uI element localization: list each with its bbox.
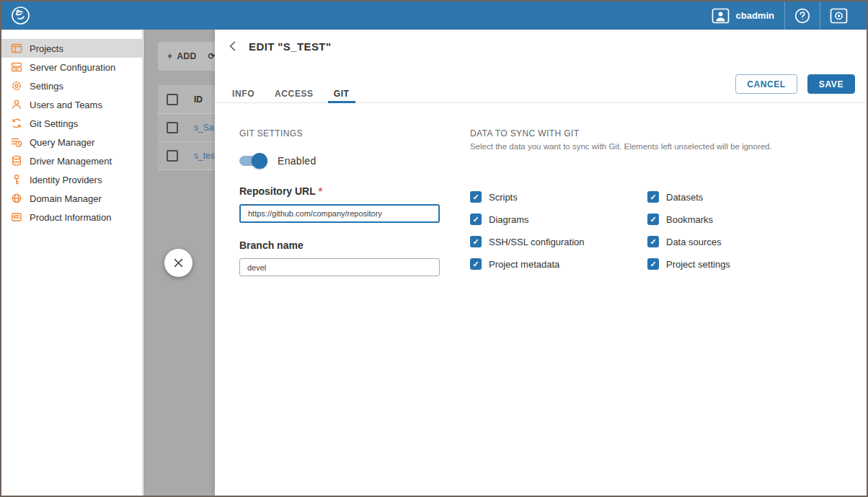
editor-tabs: INFO ACCESS GIT [215,84,867,103]
panel-header: EDIT "S_TEST" [226,39,331,53]
toggle-knob [252,153,267,169]
tab-info[interactable]: INFO [222,84,265,102]
tab-git[interactable]: GIT [324,84,360,102]
sidebar-item-identity-providers[interactable]: Identity Providers [1,170,142,189]
checkbox-checked-icon[interactable]: ✓ [470,191,482,203]
server-icon [10,61,22,74]
admin-sidebar: Projects Server Configuration Settings U… [1,30,143,496]
sidebar-item-query-manager[interactable]: Query Manager [1,133,142,151]
sidebar-item-server-configuration[interactable]: Server Configuration [1,58,142,76]
database-icon [10,155,22,167]
sidebar-item-product-information[interactable]: Product Information [1,208,142,226]
refresh-icon: ⟳ [208,51,215,61]
projects-icon [10,43,22,55]
topbar-actions: cbadmin [701,1,857,30]
projects-table-header: ID [158,85,215,114]
checkbox-checked-icon[interactable]: ✓ [470,214,482,225]
sidebar-item-label: Projects [30,43,63,54]
gear-icon [830,8,848,24]
sidebar-item-label: Product Information [30,212,111,223]
branch-name-label: Branch name [239,239,440,251]
checkbox-checked-icon[interactable]: ✓ [647,214,659,225]
git-icon [10,118,22,130]
sync-option-data-sources[interactable]: ✓ Data sources [647,236,831,247]
table-row[interactable]: s_tes [158,142,215,170]
id-column-header: ID [194,94,203,105]
projects-list-dimmed: + ADD ⟳ R ID s_Sa s_tes [143,30,215,496]
settings-gear-icon [10,80,22,92]
sync-title: DATA TO SYNC WITH GIT [470,128,831,138]
key-icon [10,174,22,186]
sidebar-item-label: Server Configuration [30,62,115,73]
page-title: EDIT "S_TEST" [249,40,331,53]
project-link[interactable]: s_Sa [194,123,213,133]
sync-option-diagrams[interactable]: ✓ Diagrams [470,214,647,225]
checkbox-checked-icon[interactable]: ✓ [647,191,659,203]
sync-subtitle: Select the data you want to sync with Gi… [470,142,831,151]
sidebar-item-label: Identity Providers [30,175,102,185]
sidebar-item-label: Settings [30,81,63,92]
checkbox-checked-icon[interactable]: ✓ [647,236,659,247]
sidebar-item-users-and-teams[interactable]: Users and Teams [1,95,142,114]
checkbox-checked-icon[interactable]: ✓ [470,236,482,247]
sidebar-item-git-settings[interactable]: Git Settings [1,114,142,133]
top-bar: cbadmin [1,1,867,30]
tab-access[interactable]: ACCESS [265,84,324,102]
repository-url-input[interactable] [239,204,440,223]
close-icon [173,258,184,268]
back-button[interactable] [226,39,240,53]
select-all-checkbox[interactable] [167,94,178,105]
sidebar-item-projects[interactable]: Projects [1,39,142,58]
user-avatar-icon [712,8,730,24]
branch-name-input[interactable] [239,258,440,276]
enabled-label: Enabled [278,155,316,167]
username-label: cbadmin [736,10,774,21]
checkbox-checked-icon[interactable]: ✓ [470,258,482,270]
sync-options-grid: ✓ Scripts ✓ Datasets ✓ Diagrams ✓ Bookma… [470,191,831,270]
projects-toolbar: + ADD ⟳ R [158,42,215,71]
row-checkbox[interactable] [167,122,178,133]
sync-option-project-metadata[interactable]: ✓ Project metadata [470,258,647,270]
projects-table: ID s_Sa s_tes [158,85,215,170]
enabled-toggle-row: Enabled [239,153,440,169]
enabled-toggle[interactable] [239,156,265,166]
git-settings-title: GIT SETTINGS [239,128,440,138]
add-button-label: ADD [177,51,196,61]
document-icon [10,211,22,224]
data-to-sync-section: DATA TO SYNC WITH GIT Select the data yo… [470,128,831,270]
refresh-button[interactable]: ⟳ R [208,51,215,61]
sidebar-item-label: Git Settings [30,118,78,129]
help-button[interactable] [785,1,820,30]
close-panel-button[interactable] [164,249,192,277]
sidebar-item-domain-manager[interactable]: Domain Manager [1,189,142,208]
add-button[interactable]: + ADD [167,51,197,61]
sync-option-project-settings[interactable]: ✓ Project settings [647,258,831,270]
git-settings-section: GIT SETTINGS Enabled Repository URL* Bra… [239,128,440,276]
edit-project-panel: EDIT "S_TEST" CANCEL SAVE INFO ACCESS GI… [215,30,867,496]
user-menu[interactable]: cbadmin [701,1,784,30]
sidebar-item-label: Driver Management [30,156,112,167]
user-icon [10,99,22,111]
sidebar-item-label: Domain Manager [30,193,102,204]
app-window: cbadmin [0,0,868,497]
settings-button[interactable] [820,1,857,30]
sync-option-ssh-ssl-configuration[interactable]: ✓ SSH/SSL configuration [470,236,647,247]
sync-option-scripts[interactable]: ✓ Scripts [470,191,647,203]
sync-option-bookmarks[interactable]: ✓ Bookmarks [647,214,831,225]
table-row[interactable]: s_Sa [158,114,215,142]
sidebar-item-settings[interactable]: Settings [1,76,142,95]
app-logo-icon[interactable] [11,6,30,25]
query-manager-icon [10,136,22,149]
sidebar-item-label: Query Manager [30,137,94,148]
sidebar-item-driver-management[interactable]: Driver Management [1,151,142,170]
checkbox-checked-icon[interactable]: ✓ [647,258,659,270]
sync-option-datasets[interactable]: ✓ Datasets [647,191,831,203]
required-asterisk: * [319,185,322,197]
globe-icon [10,193,22,205]
help-icon [794,8,810,24]
sidebar-item-label: Users and Teams [30,100,102,110]
back-chevron-icon [227,40,239,52]
plus-icon: + [167,51,172,61]
row-checkbox[interactable] [167,150,178,162]
project-link[interactable]: s_tes [194,151,215,161]
